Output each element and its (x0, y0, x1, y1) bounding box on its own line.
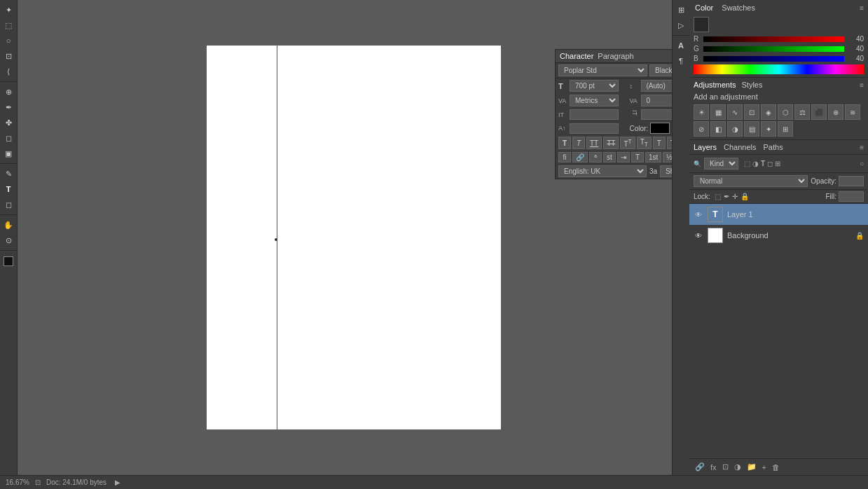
style-underline[interactable]: TT (586, 137, 602, 149)
adj-colorbalance[interactable]: ⚖ (794, 104, 810, 120)
kerning-select[interactable]: Metrics (570, 95, 619, 106)
adj-invert[interactable]: ⊘ (694, 121, 709, 137)
adj-channelmixer[interactable]: ≋ (845, 104, 860, 120)
tab-layers[interactable]: Layers (694, 143, 717, 151)
adj-curves[interactable]: ∿ (727, 104, 743, 120)
doc-info-icon[interactable]: ⊡ (35, 478, 41, 486)
lock-position-icon[interactable]: ✛ (732, 193, 738, 200)
style-subscript[interactable]: TT (637, 137, 652, 149)
tool-pen[interactable]: ✎ (1, 167, 15, 181)
tab-paragraph[interactable]: Paragraph (598, 52, 633, 60)
filter-pixel-icon[interactable]: ⬚ (744, 160, 750, 167)
layer-1-visibility[interactable]: 👁 (694, 209, 703, 219)
style-arrows[interactable]: ⇥ (617, 152, 630, 163)
filter-type-icon[interactable]: T (761, 160, 765, 167)
layer-item-background[interactable]: 👁 Background 🔒 (689, 225, 868, 246)
tool-heal[interactable]: ⊕ (1, 85, 15, 99)
tool-crop[interactable]: ⊡ (1, 49, 15, 63)
lock-transparent-icon[interactable]: ⬚ (715, 193, 721, 200)
style-fractions[interactable]: ½ (663, 152, 672, 163)
font-family-select[interactable]: Poplar Std (558, 64, 647, 76)
blend-mode-select[interactable]: Normal (694, 175, 808, 187)
font-style-select[interactable]: Black (649, 64, 672, 76)
style-ordinal[interactable]: ª (589, 152, 602, 163)
lock-image-icon[interactable]: ✒ (724, 193, 729, 200)
layer-search-type[interactable]: Kind (704, 158, 738, 170)
style-ordinals2[interactable]: 1st (645, 152, 661, 163)
style-bold[interactable]: T (558, 137, 571, 149)
channel-r-slider[interactable] (703, 36, 844, 42)
link-layers-icon[interactable]: 🔗 (694, 461, 706, 473)
opacity-input[interactable]: 100% (839, 176, 864, 186)
mini-actions[interactable]: ▷ (674, 18, 688, 32)
channel-b-slider[interactable] (703, 56, 844, 62)
adj-threshold[interactable]: ◑ (727, 121, 743, 137)
style-liga[interactable]: 🔗 (572, 152, 588, 163)
adj-vibrance[interactable]: ◈ (761, 104, 776, 120)
tool-zoom[interactable]: ⊙ (1, 233, 15, 247)
adj-selective-color[interactable]: ✦ (761, 121, 776, 137)
fill-input[interactable]: 100% (839, 191, 864, 202)
new-layer-icon[interactable]: + (761, 462, 768, 473)
color-spectrum[interactable] (694, 64, 864, 74)
aa-method-select[interactable]: Sharp (660, 165, 672, 177)
tool-move[interactable]: ✦ (1, 3, 15, 17)
baseline-input[interactable]: 0 pt (570, 123, 619, 134)
tab-paths[interactable]: Paths (764, 143, 783, 151)
mini-type[interactable]: A (674, 39, 688, 53)
style-italic[interactable]: T (572, 137, 585, 149)
tab-character[interactable]: Character (560, 52, 593, 60)
adj-gradient-map[interactable]: ▤ (744, 121, 759, 137)
delete-layer-icon[interactable]: 🗑 (771, 462, 781, 473)
h-scale-input[interactable]: 100% (570, 109, 619, 120)
tool-brush[interactable]: ✒ (1, 100, 15, 114)
style-discretionary[interactable]: st (603, 152, 616, 163)
add-style-icon[interactable]: fx (709, 462, 718, 473)
tool-eyedropper[interactable]: ⟨ (1, 64, 15, 78)
filter-adj-icon[interactable]: ◑ (752, 160, 759, 167)
tool-hand[interactable]: ✋ (1, 218, 15, 232)
adj-exposure[interactable]: ⊡ (744, 104, 759, 120)
leading-select[interactable]: (Auto) (641, 80, 673, 92)
tool-eraser[interactable]: ◻ (1, 131, 15, 145)
new-group-icon[interactable]: 📁 (745, 461, 758, 473)
text-color-swatch[interactable] (650, 123, 670, 134)
foreground-color[interactable] (4, 256, 13, 266)
tab-channels[interactable]: Channels (724, 143, 756, 151)
tab-styles[interactable]: Styles (742, 81, 763, 89)
channel-g-slider[interactable] (703, 46, 844, 52)
mini-paragraph[interactable]: ¶ (674, 54, 688, 68)
style-fi[interactable]: fi (558, 152, 571, 163)
tab-color[interactable]: Color (694, 3, 715, 13)
add-mask-icon[interactable]: ⊡ (721, 461, 730, 473)
adj-hsl[interactable]: ⬡ (778, 104, 793, 120)
adj-levels[interactable]: ▦ (710, 104, 726, 120)
tool-lasso[interactable]: ○ (1, 34, 15, 48)
style-strikethrough[interactable]: TT (603, 137, 619, 149)
color-panel-menu[interactable]: ≡ (860, 4, 864, 12)
mini-history[interactable]: ⊞ (674, 3, 688, 17)
tool-shape[interactable]: ◻ (1, 198, 15, 212)
nav-arrow[interactable]: ▶ (115, 478, 120, 486)
tab-swatches[interactable]: Swatches (720, 3, 757, 13)
adj-posterize[interactable]: ◧ (710, 121, 726, 137)
font-size-select[interactable]: 700 pt (570, 80, 619, 92)
layer-item-1[interactable]: 👁 T Layer 1 (689, 204, 868, 225)
layers-panel-menu[interactable]: ≡ (860, 144, 864, 151)
adj-photofilter[interactable]: ⊕ (828, 104, 843, 120)
style-superscript[interactable]: TT (620, 137, 635, 149)
color-swatch[interactable] (694, 17, 709, 32)
adj-pattern[interactable]: ⊞ (778, 121, 793, 137)
style-smallcaps[interactable]: TT (667, 137, 672, 149)
tracking-select[interactable]: 0 (641, 95, 673, 106)
filter-smart-icon[interactable]: ⊞ (775, 160, 780, 167)
tool-text[interactable]: T (1, 182, 15, 196)
tool-gradient[interactable]: ▣ (1, 146, 15, 160)
style-allcaps[interactable]: T (653, 137, 666, 149)
adj-brightness[interactable]: ☀ (694, 104, 709, 120)
tab-adjustments[interactable]: Adjustments (694, 81, 736, 89)
adj-bw[interactable]: ⬛ (811, 104, 827, 120)
new-adjustment-icon[interactable]: ◑ (733, 461, 743, 473)
tool-clone[interactable]: ✤ (1, 116, 15, 130)
style-oldstyle[interactable]: T (631, 152, 644, 163)
